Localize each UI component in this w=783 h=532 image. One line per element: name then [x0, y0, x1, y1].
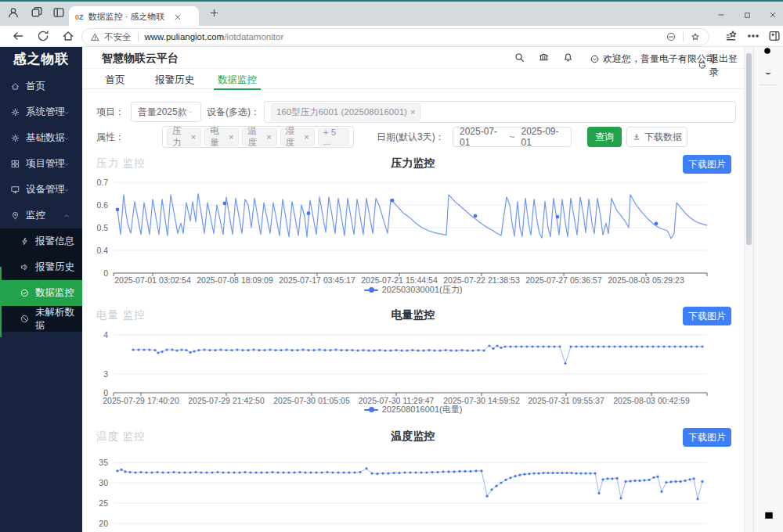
url-path: /iotdatamonitor	[224, 32, 283, 41]
project-select[interactable]: 普量2025款4...	[131, 102, 201, 122]
y-axis-label: 3	[82, 369, 108, 379]
tab-首页[interactable]: 首页	[101, 72, 129, 88]
sidebar-item-首页[interactable]: 首页	[0, 74, 82, 99]
attribute-tag-label: 电量	[210, 125, 226, 149]
sidebar-item-设备管理[interactable]: 设备管理	[0, 177, 82, 203]
y-axis-label: 30	[82, 478, 108, 487]
grid-icon	[10, 159, 20, 169]
edge-sidebar	[753, 47, 783, 532]
scrollbar-thumb[interactable]	[746, 53, 752, 245]
tab-数据监控[interactable]: 数据监控	[214, 72, 261, 88]
chevron-down-icon	[63, 186, 70, 194]
sidebar-item-label: 设备管理	[26, 183, 65, 196]
search-icon[interactable]	[514, 52, 525, 63]
tab-报警历史[interactable]: 报警历史	[151, 72, 198, 88]
attribute-more-tag[interactable]: + 5 ...	[318, 128, 349, 146]
tab-close-icon[interactable]	[173, 13, 182, 22]
chart-plot-压力监控[interactable]	[114, 176, 709, 279]
tag-remove-icon[interactable]: ×	[304, 133, 309, 142]
tag-remove-icon[interactable]: ×	[266, 133, 271, 142]
y-axis-label: 25	[82, 498, 108, 508]
project-value: 普量2025款4...	[138, 106, 186, 119]
sidebar-subitem-报警信息[interactable]: 报警信息	[0, 228, 82, 254]
query-button[interactable]: 查询	[587, 127, 622, 147]
download-image-button[interactable]: 下载图片	[683, 307, 731, 325]
chart-title: 温度监控	[82, 430, 744, 444]
sidebar-subitem-数据监控[interactable]: 数据监控	[0, 280, 82, 306]
bolt-icon	[20, 236, 30, 246]
y-axis-label: 4	[82, 330, 108, 340]
sidebar-subitem-未解析数据[interactable]: 未解析数据	[0, 306, 82, 332]
refresh-icon[interactable]	[36, 29, 50, 43]
reader-dots-icon[interactable]	[666, 31, 677, 42]
attribute-tag-label: 湿度	[286, 125, 301, 149]
chart-legend[interactable]: 202508016001(电量)	[82, 404, 744, 415]
app-logo: 感之物联	[0, 47, 82, 74]
attribute-tag: 电量×	[204, 128, 239, 146]
tag-remove-icon[interactable]: ×	[191, 133, 196, 142]
welcome-menu[interactable]: 欢迎您，普量电子有限公司	[590, 52, 716, 66]
chart-legend[interactable]: 202503030001(压力)	[82, 284, 744, 296]
attribute-multiselect[interactable]: 压力×电量×温度×湿度×+ 5 ...	[162, 126, 354, 148]
pin-icon	[10, 210, 20, 221]
sidebar-item-label: 监控	[26, 209, 45, 222]
browser-tab[interactable]: 0Z 数据监控 · 感之物联	[69, 6, 199, 27]
not-secure-warning-icon	[90, 32, 100, 42]
sidebar-subitem-报警历史[interactable]: 报警历史	[0, 254, 82, 280]
sidebar-item-基础数据[interactable]: 基础数据	[0, 125, 82, 151]
chart-title: 电量监控	[82, 308, 744, 322]
chart-plot-温度监控[interactable]	[114, 458, 709, 532]
collections-icon[interactable]	[724, 29, 738, 43]
tag-remove-icon[interactable]: ×	[410, 108, 415, 117]
window-close-button[interactable]	[763, 8, 783, 22]
new-tab-button[interactable]	[208, 7, 220, 19]
y-axis-label: 0.7	[82, 178, 108, 187]
bell-icon[interactable]	[562, 52, 574, 63]
chevron-down-icon	[63, 160, 70, 168]
y-axis-label: 0.4	[82, 246, 108, 255]
download-image-button[interactable]: 下载图片	[683, 428, 731, 447]
sidebar-toggle-icon[interactable]	[767, 29, 781, 43]
sidebar-submenu: 报警信息报警历史数据监控未解析数据	[0, 228, 82, 332]
home-icon[interactable]	[61, 29, 75, 43]
pinned-site-icon[interactable]	[762, 66, 774, 78]
chart-plot-电量监控[interactable]	[114, 329, 709, 399]
sidebar-item-项目管理[interactable]: 项目管理	[0, 151, 82, 177]
y-axis-label: 20	[82, 519, 108, 528]
download-data-button[interactable]: 下载数据	[626, 127, 687, 147]
favorite-star-icon[interactable]	[690, 31, 701, 42]
screenshot-hint-icon[interactable]	[763, 510, 774, 521]
tag-remove-icon[interactable]: ×	[229, 133, 233, 142]
date-range-picker[interactable]: 2025-07-01 ~ 2025-09-01	[453, 127, 572, 147]
device-multiselect[interactable]: 160型压力6001 (202508016001) ×	[264, 101, 736, 123]
favicon: 0Z	[75, 13, 84, 21]
app-sidebar: 感之物联 首页系统管理基础数据项目管理设备管理监控 报警信息报警历史数据监控未解…	[0, 47, 82, 532]
address-bar[interactable]: 不安全 www.puliangiot.com /iotdatamonitor	[81, 28, 709, 45]
legend-marker-icon	[364, 409, 378, 411]
sidebar-item-label: 基础数据	[26, 131, 65, 145]
workspaces-icon[interactable]	[30, 5, 44, 20]
content-tabs: 首页报警历史数据监控	[82, 69, 744, 89]
tab-actions-icon[interactable]	[52, 5, 66, 20]
speaker-icon	[20, 262, 30, 272]
window-minimize-button[interactable]	[711, 8, 731, 22]
more-menu-icon[interactable]	[746, 29, 760, 43]
sidebar-subitem-label: 报警历史	[35, 261, 74, 274]
building-icon[interactable]	[538, 52, 550, 63]
window-maximize-button[interactable]	[737, 8, 757, 22]
download-image-button[interactable]: 下载图片	[683, 155, 731, 174]
attribute-tag: 湿度×	[280, 128, 315, 146]
chevron-down-icon	[63, 109, 70, 117]
back-icon[interactable]	[11, 29, 25, 43]
profile-icon[interactable]	[6, 5, 20, 20]
attribute-tag: 压力×	[167, 128, 201, 146]
security-label: 不安全	[104, 31, 132, 43]
circleslash-icon	[20, 314, 30, 324]
project-label: 项目：	[96, 101, 124, 123]
sidebar-item-系统管理[interactable]: 系统管理	[0, 99, 82, 125]
sidebar-item-监控[interactable]: 监控	[0, 203, 82, 228]
sidebar-add-icon[interactable]	[762, 92, 774, 105]
sidebar-search-icon[interactable]	[762, 45, 774, 58]
legend-marker-icon	[364, 289, 378, 291]
chart-section-电量监控: 电量 监控电量监控下载图片4302025-07-29 17:40:202025-…	[82, 305, 744, 426]
